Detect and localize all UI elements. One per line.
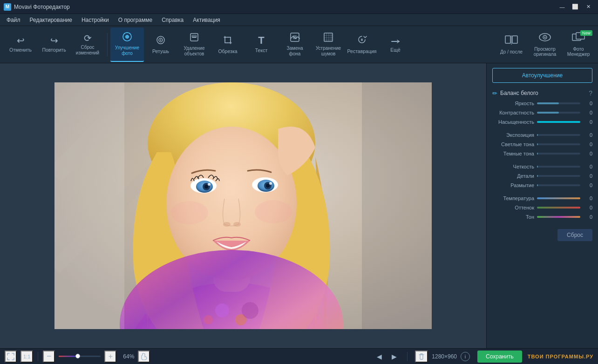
menu-settings[interactable]: Настройки	[77, 15, 114, 25]
hue-label: Оттенок	[492, 205, 534, 210]
highlights-slider[interactable]	[537, 143, 580, 145]
zoom-percentage: 64%	[123, 353, 134, 360]
pan-button[interactable]	[138, 351, 150, 363]
exposure-value: 0	[583, 132, 592, 138]
history-tools: ↩ Отменить ↪ Повторить ⟳ Сбросизменений	[4, 27, 104, 62]
menu-edit[interactable]: Редактирование	[25, 15, 77, 25]
edit-tools: Улучшениефото Ретушь Удалениеобъектов	[110, 27, 412, 62]
menu-help[interactable]: Справка	[157, 15, 188, 25]
fit-button[interactable]	[5, 351, 17, 363]
image-info-button[interactable]: i	[461, 352, 470, 361]
toolbar-right: До / после Просмотроригинала	[496, 27, 594, 62]
canvas-area[interactable]	[0, 63, 486, 348]
contrast-label: Контрастность	[492, 110, 534, 115]
enhance-button[interactable]: Улучшениефото	[110, 27, 144, 62]
maximize-button[interactable]: ⬜	[569, 2, 581, 12]
zoom-in-button[interactable]: +	[104, 351, 116, 363]
view-original-button[interactable]: Просмотроригинала	[529, 27, 561, 62]
retouch-label: Ретушь	[152, 48, 169, 54]
right-panel: Автоулучшение ✏ Баланс белого ? Яркость …	[486, 63, 598, 348]
menu-about[interactable]: О программе	[114, 15, 157, 25]
details-slider[interactable]	[537, 175, 580, 177]
replace-bg-button[interactable]: Заменафона	[278, 27, 312, 62]
prev-image-button[interactable]: ◀	[374, 351, 385, 362]
menu-bar: Файл Редактирование Настройки О программ…	[0, 14, 598, 26]
retouch-button[interactable]: Ретушь	[144, 27, 177, 62]
hue-slider[interactable]	[537, 207, 580, 209]
zoom-1to1-button[interactable]: 1:1	[20, 351, 33, 363]
close-button[interactable]: ✕	[582, 2, 594, 12]
undo-label: Отменить	[9, 47, 32, 53]
svg-rect-47	[362, 82, 432, 329]
reset-button[interactable]: ⟳ Сбросизменений	[71, 27, 104, 62]
shadows-slider-row: Темные тона 0	[487, 149, 598, 158]
more-button[interactable]: Ещё	[379, 27, 412, 62]
before-after-button[interactable]: До / после	[496, 27, 527, 62]
delete-button[interactable]	[415, 351, 428, 363]
minimize-button[interactable]: —	[556, 2, 568, 12]
help-icon[interactable]: ?	[589, 89, 592, 97]
window-controls: — ⬜ ✕	[556, 2, 594, 12]
svg-point-4	[160, 39, 162, 40]
remove-objects-button[interactable]: Удалениеобъектов	[177, 27, 211, 62]
shadows-label: Темные тона	[492, 151, 534, 156]
svg-rect-12	[505, 36, 510, 43]
tone-slider[interactable]	[537, 216, 580, 218]
svg-point-42	[215, 303, 229, 317]
svg-rect-6	[192, 35, 197, 37]
highlights-slider-row: Светлые тона 0	[487, 140, 598, 149]
brightness-slider[interactable]	[537, 102, 580, 104]
svg-point-34	[266, 184, 270, 188]
exposure-label: Экспозиция	[492, 132, 534, 138]
contrast-slider[interactable]	[537, 112, 580, 114]
zoom-slider[interactable]	[59, 356, 101, 357]
photo-canvas	[54, 82, 432, 329]
zoom-out-button[interactable]: −	[43, 351, 55, 363]
svg-rect-13	[512, 36, 517, 43]
exposure-slider[interactable]	[537, 134, 580, 136]
svg-rect-46	[54, 82, 124, 329]
auto-enhance-button[interactable]: Автоулучшение	[492, 68, 592, 83]
image-size: 1280×960	[432, 353, 457, 360]
sharpness-slider[interactable]	[537, 166, 580, 168]
undo-icon: ↩	[17, 36, 25, 45]
redo-button[interactable]: ↪ Повторить	[37, 27, 71, 62]
svg-point-35	[208, 183, 211, 186]
blur-value: 0	[583, 182, 592, 188]
sharpness-label: Четкость	[492, 164, 534, 169]
temperature-value: 0	[583, 195, 592, 201]
main-area: Автоулучшение ✏ Баланс белого ? Яркость …	[0, 63, 598, 348]
hue-value: 0	[583, 205, 592, 210]
shadows-slider[interactable]	[537, 153, 580, 155]
svg-point-45	[242, 302, 258, 319]
menu-file[interactable]: Файл	[2, 15, 25, 25]
sharpness-value: 0	[583, 164, 592, 169]
menu-activate[interactable]: Активация	[188, 15, 225, 25]
highlights-value: 0	[583, 142, 592, 147]
undo-button[interactable]: ↩ Отменить	[4, 27, 37, 62]
view-original-label: Просмотроригинала	[534, 47, 556, 57]
save-button[interactable]: Сохранить	[477, 351, 522, 363]
restore-button[interactable]: Реставрация	[345, 27, 379, 62]
redo-label: Повторить	[42, 47, 66, 53]
denoise-button[interactable]: Устранениешумов	[312, 27, 345, 62]
text-button[interactable]: T Текст	[245, 27, 278, 62]
hue-slider-row: Оттенок 0	[487, 203, 598, 212]
brightness-label: Яркость	[492, 101, 534, 106]
blur-slider[interactable]	[537, 184, 580, 186]
section-title: Баланс белого	[500, 90, 586, 96]
new-badge: New	[580, 30, 592, 36]
status-bar: 1:1 − + 64% ◀ ▶ 1280×960 i Сохранить ТВО…	[0, 348, 598, 364]
reset-sliders-button[interactable]: Сброс	[557, 229, 592, 241]
reset-label: Сбросизменений	[76, 45, 99, 56]
sharpness-slider-row: Четкость 0	[487, 162, 598, 171]
status-separator-2	[407, 352, 408, 361]
crop-button[interactable]: Обрезка	[211, 27, 245, 62]
svg-point-39	[171, 201, 208, 224]
svg-point-36	[269, 182, 272, 185]
next-image-button[interactable]: ▶	[388, 351, 400, 362]
saturation-slider[interactable]	[537, 121, 580, 123]
retouch-icon	[156, 35, 166, 47]
enhance-icon	[122, 32, 132, 43]
temperature-slider[interactable]	[537, 197, 580, 199]
